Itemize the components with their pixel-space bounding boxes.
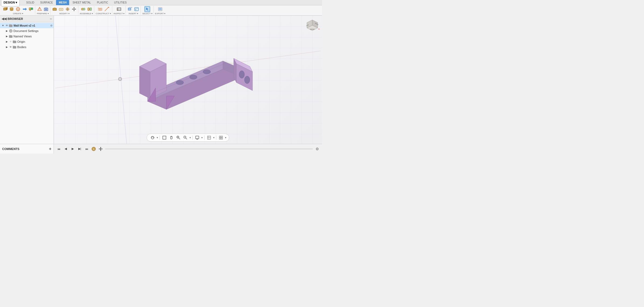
svg-point-5 (10, 7, 13, 9)
timeline-move-icon[interactable] (98, 146, 103, 152)
grid-button[interactable] (206, 135, 212, 141)
tree-item-bodies[interactable]: ▶ 👁 Bodies (0, 44, 54, 50)
tab-plastic[interactable]: PLASTIC (94, 0, 111, 5)
viewcube[interactable]: FRONT TOP BACK x (305, 18, 320, 33)
tree-expander-bodies[interactable]: ▶ (5, 45, 9, 49)
tree-item-doc-settings[interactable]: ▶ Document Settings (0, 28, 54, 34)
construct-icon1[interactable] (97, 6, 103, 12)
modify-icon2[interactable] (58, 6, 64, 12)
modify-move-icon[interactable] (71, 6, 77, 12)
export-label[interactable]: EXPORT ▾ (155, 12, 166, 15)
svg-marker-12 (29, 10, 31, 11)
orbit-dropdown[interactable]: ▾ (157, 136, 158, 139)
tree-item-origin[interactable]: ▶ 👁 Origin (0, 39, 54, 44)
tree-folder-icon-root (9, 23, 13, 28)
display-mode-button[interactable] (194, 135, 200, 141)
construct-group: CONSTRUCT ▾ (94, 6, 112, 15)
tree-expander-origin[interactable]: ▶ (5, 40, 9, 44)
prepare-icon1[interactable] (37, 6, 43, 12)
create-mesh-icon[interactable] (28, 6, 34, 12)
tree-expander-root[interactable]: ▼ (1, 24, 5, 27)
browser-title: BROWSER (8, 17, 23, 20)
browser-header: ◀◀ BROWSER − (0, 16, 54, 22)
tree-eye-bodies[interactable]: 👁 (9, 45, 12, 49)
timeline-back-button[interactable]: ◀ (63, 146, 68, 152)
insert-group: INSERT ▾ (126, 6, 141, 15)
create-shape-icon[interactable] (15, 6, 21, 12)
timeline-end-button[interactable]: ⏭ (84, 146, 89, 152)
tab-solid[interactable]: SOLID (23, 0, 37, 5)
assemble-label[interactable]: ASSEMBLE ▾ (80, 12, 93, 15)
insert-icon2[interactable] (134, 6, 139, 12)
orbit-button[interactable] (150, 135, 156, 141)
browser-collapse-button[interactable]: ◀◀ (2, 17, 6, 21)
inspect-group: INSPECT ▾ (113, 6, 126, 15)
inspect-icon1[interactable] (116, 6, 122, 12)
settings-button[interactable]: ⚙ (314, 146, 320, 152)
assemble-icon1[interactable] (80, 6, 86, 12)
select-label[interactable]: SELECT ▾ (142, 12, 152, 15)
viewport-3d[interactable]: FRONT TOP BACK x ▾ (54, 16, 322, 144)
tree-label-named-views: Named Views (13, 35, 32, 38)
assemble-icon2[interactable] (87, 6, 93, 12)
tab-surface[interactable]: SURFACE (37, 0, 55, 5)
timeline-bar: ⏮ ◀ ▶ ▶| ⏭ h ⚙ (54, 144, 322, 154)
inspect-label[interactable]: INSPECT ▾ (114, 12, 125, 15)
tree-eye-root[interactable]: 👁 (5, 24, 9, 27)
view-frame-button[interactable] (162, 135, 167, 141)
tree-folder-icon-origin (12, 40, 17, 44)
insert-icon1[interactable] (127, 6, 133, 12)
svg-point-7 (18, 9, 19, 10)
timeline-track[interactable] (105, 148, 313, 149)
svg-rect-113 (221, 136, 223, 137)
svg-marker-29 (74, 7, 75, 8)
svg-line-104 (186, 138, 187, 139)
tree-item-root[interactable]: ▼ 👁 Wall Mount v2 v1 ⊙ (0, 23, 54, 28)
tree-expander-named-views[interactable]: ▶ (5, 34, 9, 38)
prepare-label[interactable]: PREPARE ▾ (37, 12, 49, 15)
timeline-start-button[interactable]: ⏮ (56, 146, 61, 152)
modify-icon1[interactable] (52, 6, 58, 12)
grid-dropdown[interactable]: ▾ (213, 136, 215, 139)
modify-icon3[interactable] (65, 6, 71, 12)
svg-rect-51 (135, 9, 136, 10)
tree-expander-doc[interactable]: ▶ (5, 29, 9, 33)
export-icon1[interactable] (157, 6, 163, 12)
tab-mesh[interactable]: MESH (56, 0, 69, 5)
tree-item-named-views[interactable]: ▶ Named Views (0, 34, 54, 39)
timeline-play-button[interactable]: ▶ (70, 146, 75, 152)
svg-rect-47 (128, 8, 131, 10)
tree-eye-origin[interactable]: 👁 (9, 40, 12, 44)
construct-icon2[interactable] (104, 6, 110, 12)
svg-rect-35 (88, 8, 89, 10)
comments-add-button[interactable]: + (49, 147, 51, 151)
comments-panel: COMMENTS + (0, 144, 54, 154)
select-icon1[interactable] (144, 6, 150, 12)
tab-utilities[interactable]: UTILITIES (111, 0, 130, 5)
svg-point-34 (83, 8, 85, 10)
tree-gear-icon (9, 29, 13, 33)
tab-sheet-metal[interactable]: SHEET METAL (70, 0, 94, 5)
timeline-history-icon[interactable]: h (91, 146, 96, 152)
timeline-forward-button[interactable]: ▶| (77, 146, 82, 152)
construct-label[interactable]: CONSTRUCT ▾ (96, 12, 111, 15)
layout-button[interactable] (218, 135, 224, 141)
zoom-dropdown[interactable]: ▾ (190, 136, 191, 139)
layout-dropdown[interactable]: ▾ (225, 136, 226, 139)
create-box-icon[interactable] (2, 6, 8, 12)
svg-rect-114 (219, 138, 221, 139)
zoom-fit-button[interactable] (183, 135, 188, 141)
create-cylinder-icon[interactable] (9, 6, 15, 12)
modify-label[interactable]: MODIFY ▾ (59, 12, 69, 15)
prepare-icon2[interactable] (43, 6, 49, 12)
display-dropdown[interactable]: ▾ (201, 136, 203, 139)
svg-rect-39 (99, 9, 101, 10)
browser-minus-button[interactable]: − (50, 17, 52, 21)
insert-label[interactable]: INSERT ▾ (129, 12, 138, 15)
tree-target-icon[interactable]: ⊙ (50, 24, 52, 27)
zoom-button[interactable] (176, 135, 181, 141)
pan-button[interactable] (169, 135, 174, 141)
create-arrow-icon[interactable] (22, 6, 27, 12)
browser-tree: ▼ 👁 Wall Mount v2 v1 ⊙ ▶ Document Settin… (0, 22, 54, 144)
create-label[interactable]: CREATE ▾ (13, 12, 23, 15)
